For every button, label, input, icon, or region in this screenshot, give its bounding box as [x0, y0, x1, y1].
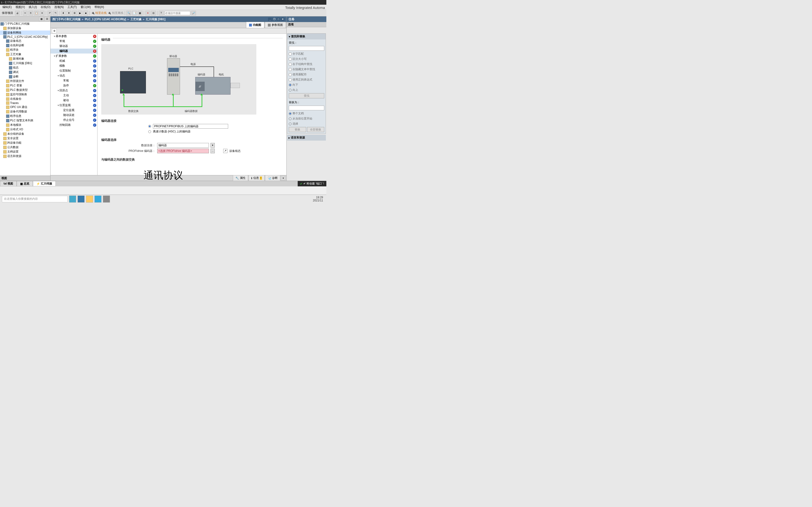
paste-icon[interactable]: 📋 — [34, 11, 39, 15]
crumb-2[interactable]: 工艺对象 — [131, 17, 142, 21]
whole-doc-radio[interactable]: 整个文档 — [289, 111, 324, 115]
tree-item[interactable]: 汇川伺服 [DB1] — [0, 61, 50, 65]
editor-restore-icon[interactable]: ❐ — [272, 17, 276, 21]
tree-item[interactable]: PLC_1 [CPU 1214C AC/DC/Rly] — [0, 35, 50, 39]
regex-check[interactable]: 使用正则表达式 — [289, 78, 324, 82]
undo-icon[interactable]: ↶ — [47, 11, 52, 15]
config-nav-item[interactable]: 停止信号✓ — [51, 118, 97, 122]
crumb-0[interactable]: 西门子PLC和汇川伺服 — [52, 17, 81, 21]
copy-icon[interactable]: ⎘ — [29, 11, 33, 15]
config-nav-item[interactable]: ▼扩展参数✓ — [51, 54, 97, 58]
tree-item[interactable]: 在线备份 — [0, 97, 50, 101]
profidrive-browse-icon[interactable]: … — [210, 149, 215, 153]
config-nav-item[interactable]: 随动误差✓ — [51, 113, 97, 118]
tree-item[interactable]: 本地模块 — [0, 123, 50, 127]
tree-item[interactable]: 分布式 I/O — [0, 127, 50, 132]
tree-item[interactable]: 公共数据 — [0, 145, 50, 150]
config-nav-item[interactable]: 位置限制✓ — [51, 68, 97, 73]
menu-help[interactable]: 帮助(H) — [93, 5, 106, 10]
tree-item[interactable]: 程序块 — [0, 48, 50, 52]
find-input[interactable] — [289, 46, 324, 51]
task-explorer-icon[interactable] — [86, 195, 93, 203]
tree-view-icon[interactable]: ▦ — [39, 17, 44, 21]
profinet-encoder-option[interactable]: PROFINET/PROFIBUS 上的编码器 — [153, 124, 228, 129]
tree-item[interactable]: 外部源文件 — [0, 79, 50, 83]
config-nav-item[interactable]: 驱动器✓ — [51, 44, 97, 49]
tree-item[interactable]: 设备组态 — [0, 39, 50, 43]
match-case-check[interactable]: 区分大小写 — [289, 57, 324, 61]
menu-window[interactable]: 窗口(W) — [79, 5, 93, 10]
tree-item[interactable]: 语言和资源 — [0, 154, 50, 158]
dir-up-radio[interactable]: 向上 — [289, 88, 324, 92]
start-icon[interactable]: ▶ — [78, 11, 83, 15]
menu-insert[interactable]: 插入(I) — [27, 5, 39, 10]
tree-item[interactable]: PLC 变量 — [0, 83, 50, 88]
download-icon[interactable]: ⬇ — [61, 11, 65, 15]
config-nav-item[interactable]: ▼基本参数✕ — [51, 34, 97, 39]
print-icon[interactable]: 🖨 — [15, 11, 20, 15]
tree-item[interactable]: OPC UA 通信 — [0, 105, 50, 109]
tree-item[interactable]: 监控与强制表 — [0, 92, 50, 97]
wildcards-check[interactable]: 使用通配符 — [289, 72, 324, 76]
crossref-icon[interactable]: 📑 — [132, 11, 137, 15]
tree-item[interactable]: 门子PLC和汇川伺服 — [0, 21, 50, 26]
tree-item[interactable]: 工艺对象 — [0, 52, 50, 57]
inspector-collapse-icon[interactable]: ▾ — [281, 176, 286, 180]
delete-icon[interactable]: ✕ — [40, 11, 44, 15]
menu-edit[interactable]: 编辑(E) — [0, 5, 14, 10]
menu-options[interactable]: 选项(N) — [52, 5, 66, 10]
tab-function-view[interactable]: 功能图 — [246, 22, 264, 28]
task-options-header[interactable]: 选项 — [287, 22, 326, 27]
tab-properties[interactable]: 🔧属性 — [233, 175, 248, 181]
profidrive-encoder-select[interactable]: <选择 PROFIdrive 编码器> — [157, 149, 209, 153]
config-nav-item[interactable]: 常规✓ — [51, 39, 97, 44]
device-config-link[interactable]: 设备组态 — [229, 149, 241, 153]
task-app1-icon[interactable] — [69, 195, 76, 203]
tree-item[interactable]: 诊断 — [0, 74, 50, 79]
hidden-text-check[interactable]: 在隐藏文本中查找 — [289, 67, 324, 71]
tree-detail-icon[interactable]: ☰ — [45, 17, 49, 21]
search-tb-icon[interactable]: 🔍 — [126, 11, 131, 15]
tree-item[interactable]: 程序信息 — [0, 114, 50, 118]
layout-icon[interactable]: ▦ — [138, 11, 142, 15]
radio-hsc-encoder[interactable] — [148, 130, 151, 133]
tab-info[interactable]: ℹ信息! — [249, 175, 264, 181]
config-nav-item[interactable]: ▼位置监视✓ — [51, 103, 97, 108]
tree-item[interactable]: 设备代理数据 — [0, 109, 50, 114]
data-link-select[interactable]: 编码器 — [157, 143, 209, 148]
sub-struct-check[interactable]: 在子结构中查找 — [289, 62, 324, 66]
portal-view-tab[interactable]: tal 视图 — [0, 181, 17, 186]
tab-parameter-view[interactable]: 参数视图 — [265, 22, 286, 28]
tree-item[interactable]: 设备和网络 — [0, 31, 50, 35]
tree-item[interactable]: Traces — [0, 101, 50, 105]
overview-tab[interactable]: ▦总览 — [17, 181, 33, 186]
lang-resources-header[interactable]: ▸语言和资源 — [287, 135, 326, 140]
config-nav-item[interactable]: 主动✓ — [51, 93, 97, 98]
tree-item[interactable]: 安全设置 — [0, 136, 50, 140]
config-nav-item[interactable]: 急停✓ — [51, 83, 97, 88]
save-project-button[interactable]: 保存项目 — [1, 11, 14, 15]
tree-item[interactable]: 添加新设备 — [0, 26, 50, 31]
editor-max-icon[interactable]: □ — [276, 17, 280, 21]
replace-input[interactable] — [289, 106, 324, 110]
config-nav-item[interactable]: 编码器✕ — [51, 49, 97, 54]
compile-icon[interactable]: ⚙ — [72, 11, 77, 15]
crumb-3[interactable]: 汇川伺服 [DB1] — [146, 17, 165, 21]
tree-item[interactable]: 未分组的设备 — [0, 132, 50, 136]
system-clock[interactable]: 19:29 2021/11 — [313, 196, 324, 202]
close-red-icon[interactable]: ✕ — [145, 11, 150, 15]
radio-profinet-encoder[interactable] — [148, 125, 151, 128]
editor-min-icon[interactable]: _ — [268, 17, 272, 21]
task-tia-icon[interactable] — [103, 195, 110, 203]
go-offline-button[interactable]: 🔌 转至离线 — [108, 11, 123, 15]
menu-online[interactable]: 在线(O) — [39, 5, 52, 10]
tree-item[interactable]: 组态 — [0, 65, 50, 70]
from-current-radio[interactable]: 从当前位置开始 — [289, 117, 324, 121]
tree-item[interactable]: 新增对象 — [0, 57, 50, 61]
crumb-1[interactable]: PLC_1 [CPU 1214C AC/DC/Rly] — [85, 17, 126, 21]
find-button[interactable]: 查找 — [289, 93, 324, 98]
cfg-tool-icon[interactable]: ⚙ — [52, 29, 57, 33]
tree-item[interactable]: 跨设备功能 — [0, 140, 50, 145]
config-nav-item[interactable]: 被动✓ — [51, 98, 97, 103]
dir-down-radio[interactable]: 向下 — [289, 83, 324, 87]
